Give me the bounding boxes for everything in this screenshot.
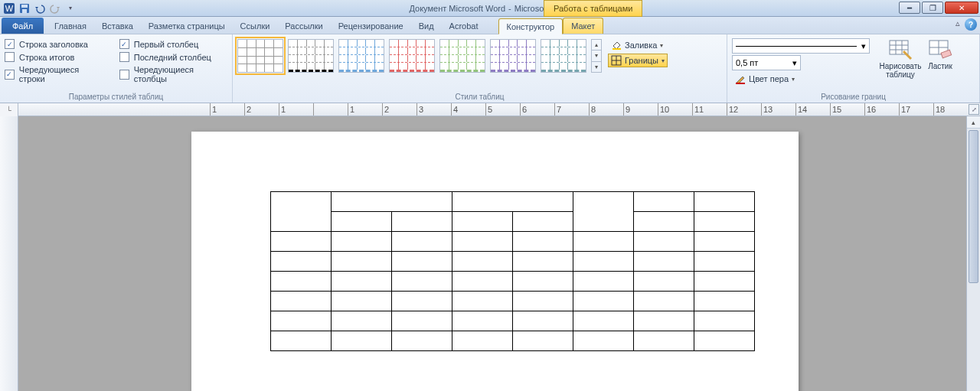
ruler-row: └ 121123456789101112131415161718 ⤢: [0, 103, 980, 116]
vertical-ruler[interactable]: [0, 116, 18, 391]
file-tab[interactable]: Файл: [2, 18, 44, 34]
vertical-scrollbar[interactable]: ▴: [966, 116, 980, 391]
svg-rect-3: [21, 5, 28, 8]
table-style-thumb[interactable]: [338, 39, 384, 73]
tab-mailings[interactable]: Рассылки: [277, 18, 330, 34]
table-row: [271, 292, 755, 311]
group-label-options: Параметры стилей таблиц: [5, 91, 227, 103]
chevron-down-icon: ▾: [660, 42, 663, 49]
svg-rect-9: [736, 83, 745, 84]
table-style-thumb[interactable]: [541, 39, 586, 73]
pen-icon: [735, 73, 746, 84]
table-row: [271, 311, 755, 331]
quick-access-toolbar: W ▾: [0, 2, 77, 15]
tab-review[interactable]: Рецензирование: [331, 18, 411, 34]
tab-acrobat[interactable]: Acrobat: [442, 18, 486, 34]
group-label-draw: Рисование границ: [732, 91, 975, 103]
chevron-down-icon: ▾: [792, 76, 795, 83]
close-button[interactable]: ✕: [945, 2, 978, 14]
qat-dropdown-icon[interactable]: ▾: [64, 2, 77, 15]
maximize-button[interactable]: ❐: [922, 2, 943, 14]
tab-insert[interactable]: Вставка: [94, 18, 141, 34]
table-row: [271, 252, 755, 272]
draw-table-button[interactable]: Нарисовать таблицу: [877, 36, 923, 79]
svg-rect-4: [22, 9, 27, 13]
tab-selector[interactable]: └: [0, 103, 18, 116]
table-styles-gallery: ▴ ▾ ▾: [237, 36, 602, 73]
gallery-expand[interactable]: ▾: [592, 62, 601, 72]
tab-view[interactable]: Вид: [411, 18, 442, 34]
chevron-down-icon: ▾: [792, 58, 797, 68]
checkbox-banded-columns[interactable]: Чередующиеся столбцы: [119, 65, 227, 83]
group-table-style-options: ✓Строка заголовка Строка итогов ✓Чередую…: [0, 34, 233, 103]
undo-icon[interactable]: [34, 2, 46, 15]
expand-ruler-icon[interactable]: ⤢: [969, 104, 979, 115]
table-style-thumb[interactable]: [490, 39, 536, 73]
borders-button[interactable]: Границы ▾: [608, 54, 668, 67]
gallery-scroll: ▴ ▾ ▾: [591, 39, 602, 73]
table-row: [271, 192, 755, 212]
ribbon: ✓Строка заголовка Строка итогов ✓Чередую…: [0, 34, 980, 103]
table-row: [271, 331, 755, 351]
gallery-scroll-up[interactable]: ▴: [592, 40, 601, 51]
line-weight-select[interactable]: 0,5 пт▾: [732, 55, 801, 70]
chevron-down-icon: ▾: [861, 41, 866, 51]
document-canvas[interactable]: [18, 116, 966, 391]
help-icon[interactable]: ?: [965, 18, 977, 31]
tab-references[interactable]: Ссылки: [233, 18, 278, 34]
document-title: Документ Microsoft Word: [409, 4, 505, 13]
checkbox-first-column[interactable]: ✓Первый столбец: [119, 39, 227, 49]
word-icon: W: [3, 2, 15, 15]
svg-rect-5: [612, 48, 621, 50]
save-icon[interactable]: [18, 2, 31, 15]
draw-table-icon: [888, 36, 913, 60]
table-row: [271, 272, 755, 292]
horizontal-ruler[interactable]: 121123456789101112131415161718 ⤢: [18, 103, 980, 116]
scroll-up-icon[interactable]: ▴: [967, 116, 980, 129]
gallery-scroll-down[interactable]: ▾: [592, 51, 601, 61]
minimize-button[interactable]: ━: [899, 2, 920, 14]
svg-text:W: W: [5, 4, 14, 13]
eraser-button[interactable]: Ластик: [923, 36, 957, 70]
chevron-down-icon: ▾: [662, 57, 665, 64]
checkbox-total-row[interactable]: Строка итогов: [5, 52, 106, 62]
checkbox-last-column[interactable]: Последний столбец: [119, 52, 227, 62]
document-table[interactable]: [270, 191, 755, 351]
line-style-select[interactable]: ▾: [732, 38, 870, 54]
ribbon-tabs: Файл Главная Вставка Разметка страницы С…: [0, 17, 980, 34]
page: [191, 132, 799, 391]
workspace: ▴: [0, 116, 980, 391]
bucket-icon: [611, 40, 622, 51]
table-row: [271, 232, 755, 252]
table-style-thumb[interactable]: [288, 39, 334, 73]
checkbox-banded-rows[interactable]: ✓Чередующиеся строки: [5, 65, 106, 83]
tab-page-layout[interactable]: Разметка страницы: [141, 18, 233, 34]
window-controls: ━ ❐ ✕: [899, 2, 978, 14]
tab-design[interactable]: Конструктор: [498, 18, 564, 34]
table-style-thumb[interactable]: [439, 39, 485, 73]
minimize-ribbon-icon[interactable]: ▵: [956, 18, 960, 31]
title-bar: W ▾ Документ Microsoft Word - Microsoft …: [0, 0, 980, 17]
eraser-icon: [928, 36, 952, 60]
group-table-styles: ▴ ▾ ▾ Заливка ▾ Границы ▾ Стили таблиц: [233, 34, 727, 103]
pen-color-button[interactable]: Цвет пера ▾: [732, 72, 870, 86]
redo-icon[interactable]: [49, 2, 61, 15]
scrollbar-thumb[interactable]: [969, 130, 978, 283]
tab-layout[interactable]: Макет: [563, 18, 603, 34]
table-style-thumb[interactable]: [237, 39, 283, 73]
group-label-styles: Стили таблиц: [237, 91, 722, 103]
tab-home[interactable]: Главная: [47, 18, 94, 34]
group-draw-borders: ▾ 0,5 пт▾ Цвет пера ▾ Нарисовать таблицу…: [727, 34, 980, 103]
table-style-thumb[interactable]: [389, 39, 435, 73]
borders-icon: [611, 55, 622, 66]
table-row: [271, 212, 755, 232]
shading-button[interactable]: Заливка ▾: [608, 38, 668, 52]
checkbox-header-row[interactable]: ✓Строка заголовка: [5, 39, 106, 49]
contextual-tab-title: Работа с таблицами: [544, 0, 642, 17]
